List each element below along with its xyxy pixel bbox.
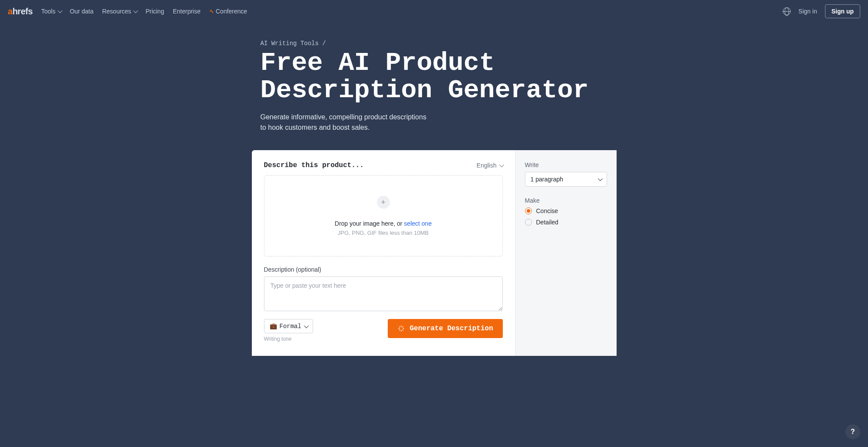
- generate-button[interactable]: Generate Description: [388, 319, 502, 338]
- card-main: Describe this product... English + Drop …: [252, 150, 515, 356]
- description-input[interactable]: [264, 276, 503, 311]
- sign-up-button[interactable]: Sign up: [825, 4, 860, 18]
- globe-icon[interactable]: [783, 7, 791, 15]
- card-sidebar: Write 1 paragraph Make Concise Detailed: [515, 150, 617, 356]
- nav-enterprise[interactable]: Enterprise: [173, 8, 201, 15]
- briefcase-icon: 💼: [270, 322, 277, 330]
- description-label: Description (optional): [264, 266, 503, 273]
- chevron-down-icon: [304, 323, 309, 328]
- image-dropzone[interactable]: + Drop your image here, or select one JP…: [264, 175, 503, 256]
- radio-concise[interactable]: Concise: [525, 207, 607, 214]
- section-title: Describe this product...: [264, 161, 364, 169]
- drop-prompt: Drop your image here, or select one: [273, 220, 494, 227]
- logo[interactable]: ahrefs: [8, 7, 33, 16]
- nav-our-data[interactable]: Our data: [70, 8, 93, 15]
- chevron-down-icon: [597, 176, 602, 181]
- plus-icon: +: [377, 196, 390, 209]
- page-title: Free AI Product Description Generator: [261, 49, 608, 104]
- sign-in-link[interactable]: Sign in: [799, 8, 817, 15]
- conference-icon: ᔀ: [209, 9, 213, 14]
- radio-icon: [525, 219, 532, 226]
- write-select[interactable]: 1 paragraph: [525, 172, 607, 187]
- radio-icon: [525, 207, 532, 214]
- tone-select[interactable]: 💼 Formal: [264, 319, 313, 333]
- nav-resources[interactable]: Resources: [102, 8, 137, 15]
- nav-pricing[interactable]: Pricing: [145, 8, 164, 15]
- radio-detailed[interactable]: Detailed: [525, 219, 607, 226]
- help-button[interactable]: ?: [845, 424, 860, 439]
- chevron-down-icon: [133, 8, 138, 13]
- nav-conference[interactable]: ᔀ Conference: [209, 8, 247, 15]
- select-file-link[interactable]: select one: [404, 220, 432, 227]
- drop-subtext: JPG, PNG, GIF files less than 10MB: [273, 230, 494, 236]
- main-nav: Tools Our data Resources Pricing Enterpr…: [41, 8, 247, 15]
- chevron-down-icon: [499, 162, 504, 167]
- make-label: Make: [525, 197, 607, 204]
- nav-tools[interactable]: Tools: [41, 8, 61, 15]
- sparkle-icon: [397, 325, 405, 332]
- top-header: ahrefs Tools Our data Resources Pricing …: [0, 0, 868, 23]
- language-select[interactable]: English: [477, 162, 503, 169]
- page-subtitle: Generate informative, compelling product…: [261, 112, 434, 133]
- chevron-down-icon: [57, 8, 62, 13]
- header-right: Sign in Sign up: [783, 4, 860, 18]
- tone-sublabel: Writing tone: [264, 336, 313, 342]
- make-radio-group: Concise Detailed: [525, 207, 607, 226]
- breadcrumb[interactable]: AI Writing Tools /: [261, 40, 608, 47]
- write-label: Write: [525, 161, 607, 168]
- hero-section: AI Writing Tools / Free AI Product Descr…: [252, 40, 617, 133]
- generator-card: Describe this product... English + Drop …: [252, 150, 617, 356]
